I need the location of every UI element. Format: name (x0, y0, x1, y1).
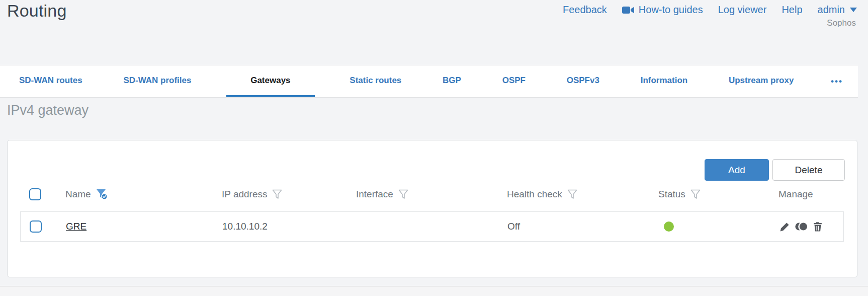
column-header-name: Name (65, 188, 222, 200)
user-menu[interactable]: admin (818, 4, 857, 16)
top-nav: Feedback How-to guides Log viewer Help a… (563, 4, 857, 16)
ipv4-gateway-card: Add Delete Name IP address (7, 140, 857, 277)
table-row: GRE 10.10.10.2 Off (21, 212, 843, 241)
select-all-checkbox[interactable] (29, 188, 41, 200)
delete-trash-icon[interactable] (812, 220, 823, 233)
row-checkbox[interactable] (30, 220, 42, 233)
column-header-interface: Interface (356, 189, 507, 200)
user-name: admin (818, 4, 845, 16)
column-header-health-check: Health check (507, 189, 658, 200)
log-viewer-label: Log viewer (718, 4, 767, 16)
tenant-label: Sophos (827, 18, 856, 28)
tab-information[interactable]: Information (635, 65, 694, 97)
feedback-link[interactable]: Feedback (563, 4, 607, 16)
column-header-manage: Manage (778, 189, 844, 200)
filter-funnel-checked-icon[interactable] (96, 188, 109, 200)
table-header: Name IP address Interfac (20, 183, 844, 206)
section-title: IPv4 gateway (7, 103, 89, 118)
help-label: Help (782, 4, 802, 16)
tab-bar: SD-WAN routes SD-WAN profiles Gateways S… (0, 65, 858, 98)
add-button[interactable]: Add (705, 159, 769, 181)
table-body: GRE 10.10.10.2 Off (20, 211, 844, 242)
tab-gateways[interactable]: Gateways (226, 65, 314, 97)
footer-strip (0, 286, 868, 296)
filter-funnel-icon[interactable] (567, 189, 578, 200)
page-title: Routing (7, 1, 67, 21)
clone-icon[interactable] (795, 220, 809, 233)
tab-sd-wan-routes[interactable]: SD-WAN routes (13, 65, 89, 97)
gateway-name-link[interactable]: GRE (66, 221, 86, 232)
edit-pencil-icon[interactable] (779, 220, 791, 233)
filter-funnel-icon[interactable] (690, 189, 701, 200)
column-label: IP address (222, 189, 267, 200)
tab-upstream-proxy[interactable]: Upstream proxy (723, 65, 800, 97)
toolbar: Add Delete (705, 159, 845, 181)
feedback-label: Feedback (563, 4, 607, 16)
column-label: Manage (778, 189, 813, 200)
log-viewer-link[interactable]: Log viewer (718, 4, 767, 16)
how-to-guides-link[interactable]: How-to guides (622, 4, 703, 16)
help-link[interactable]: Help (782, 4, 802, 16)
column-label: Interface (356, 189, 393, 200)
tab-ospfv3[interactable]: OSPFv3 (561, 65, 605, 97)
tab-bgp[interactable]: BGP (437, 65, 467, 97)
video-camera-icon (622, 5, 635, 15)
column-label: Status (658, 189, 685, 200)
status-dot (664, 221, 674, 232)
how-to-guides-label: How-to guides (639, 4, 703, 16)
column-header-status: Status (658, 189, 778, 200)
filter-funnel-icon[interactable] (398, 189, 409, 200)
delete-button[interactable]: Delete (772, 159, 845, 181)
column-header-ip-address: IP address (222, 189, 356, 200)
chevron-down-icon (850, 8, 857, 12)
manage-cell (779, 220, 843, 233)
tab-ospf[interactable]: OSPF (496, 65, 532, 97)
column-label: Health check (507, 189, 562, 200)
routing-page: Routing Feedback How-to guides Log viewe… (0, 0, 868, 296)
tab-static-routes[interactable]: Static routes (343, 65, 407, 97)
tab-more-ellipsis-icon[interactable]: ••• (829, 65, 845, 97)
tab-sd-wan-profiles[interactable]: SD-WAN profiles (117, 65, 197, 97)
column-label: Name (65, 189, 91, 200)
filter-funnel-icon[interactable] (272, 189, 283, 200)
ip-address-cell: 10.10.10.2 (222, 221, 357, 232)
health-check-cell: Off (507, 221, 659, 232)
